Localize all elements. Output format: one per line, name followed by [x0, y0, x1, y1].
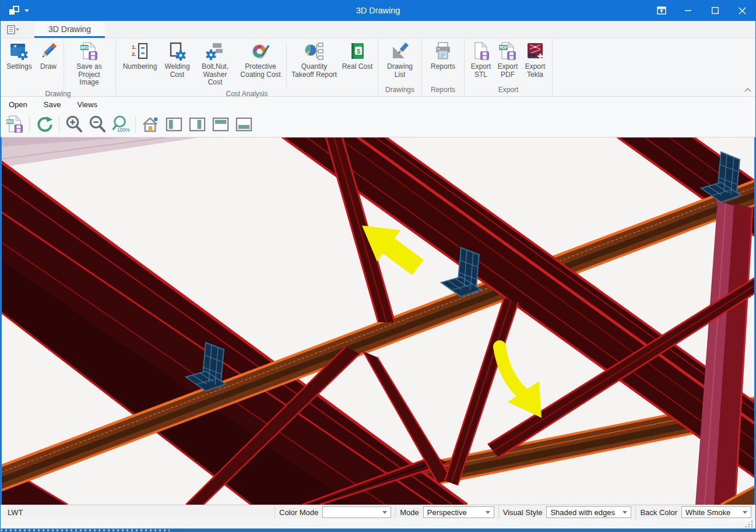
viewport-3d[interactable]	[1, 137, 755, 505]
home-icon	[141, 115, 160, 134]
button-label: Export STL	[469, 63, 493, 79]
back-color-dropdown[interactable]: White Smoke	[681, 506, 751, 518]
group-label: Drawing	[3, 88, 112, 100]
maximize-button[interactable]	[702, 0, 729, 21]
zoom-out-button[interactable]	[86, 114, 109, 136]
ribbon-display-options-button[interactable]	[648, 0, 675, 21]
refresh-button[interactable]	[33, 114, 56, 136]
save-image-icon: IMG	[5, 115, 24, 134]
chevron-down-icon	[623, 511, 627, 514]
ribbon-display-options-icon	[657, 6, 666, 15]
resize-grip-icon[interactable]	[745, 520, 753, 527]
zoom-in-button[interactable]	[62, 114, 86, 136]
drawing-list-icon	[390, 41, 410, 61]
zoom-out-icon	[88, 115, 107, 134]
button-label: Export Tekla	[523, 63, 547, 79]
visual-style-dropdown[interactable]: Shaded with edges	[546, 506, 631, 518]
menu-open[interactable]: Open	[1, 100, 36, 109]
group-label: Cost Analysis	[119, 88, 375, 100]
draw-button[interactable]: Draw	[35, 40, 62, 72]
view-right-icon	[188, 115, 207, 134]
status-field-mode: Mode Perspective	[395, 505, 498, 519]
home-view-button[interactable]	[139, 114, 162, 136]
tab-3d-drawing[interactable]: 3D Drawing	[34, 22, 105, 38]
zoom-100-button[interactable]: 100%	[109, 114, 132, 136]
menu-save[interactable]: Save	[36, 100, 69, 109]
back-color-label: Back Color	[640, 508, 677, 517]
real-cost-icon: $	[347, 41, 367, 61]
quantity-takeoff-report-button[interactable]: Quantity Takeoff Report	[289, 40, 340, 80]
chevron-down-icon	[24, 9, 29, 12]
status-field-back-color: Back Color White Smoke	[635, 505, 755, 519]
statusbar: LWT Color Mode Mode Perspective Visual S…	[1, 505, 755, 519]
protective-coating-icon	[251, 41, 270, 61]
group-label: Drawings	[381, 84, 419, 96]
main-menu-button[interactable]	[1, 22, 26, 38]
status-left-text: LWT	[1, 508, 275, 517]
protective-coating-cost-button[interactable]: Protective Coating Cost	[237, 40, 284, 80]
progress-dots	[1, 529, 170, 531]
toolbar-separator	[135, 116, 136, 133]
view-left-icon	[164, 115, 184, 134]
mode-label: Mode	[400, 508, 419, 517]
color-mode-dropdown[interactable]	[322, 506, 391, 518]
svg-text:2.: 2.	[132, 51, 136, 57]
drawing-list-button[interactable]: Drawing List	[381, 40, 419, 80]
bolt-nut-washer-cost-button[interactable]: Bolt,Nut, Washer Cost	[194, 40, 237, 88]
view-left-button[interactable]	[162, 114, 185, 136]
button-label: Save as Project Image	[68, 63, 111, 87]
view-bottom-icon	[234, 115, 254, 134]
export-tekla-button[interactable]: Export Tekla	[521, 40, 549, 80]
save-as-project-image-button[interactable]: IMG Save as Project Image	[66, 40, 112, 88]
minimize-button[interactable]	[675, 0, 702, 21]
zoom-100-icon: 100%	[111, 115, 131, 134]
view-right-button[interactable]	[185, 114, 209, 136]
toolbar-separator	[29, 116, 30, 133]
app-logo[interactable]	[1, 0, 29, 21]
button-label: Numbering	[123, 63, 157, 71]
chevron-down-icon	[486, 511, 490, 514]
visual-style-label: Visual Style	[503, 508, 543, 517]
button-label: Bolt,Nut, Washer Cost	[195, 63, 235, 87]
view-bottom-button[interactable]	[232, 114, 255, 136]
save-image-button[interactable]: IMG	[3, 114, 26, 136]
numbering-button[interactable]: 1. 2. Numbering	[119, 40, 161, 72]
numbering-icon: 1. 2.	[130, 41, 150, 61]
button-separator	[286, 42, 287, 86]
ribbon-group-drawing: Settings Draw	[1, 38, 116, 96]
chevron-down-icon	[382, 511, 387, 514]
view-top-button[interactable]	[209, 114, 232, 136]
bolt-nut-washer-icon	[205, 41, 225, 61]
welding-cost-button[interactable]: Welding Cost	[161, 40, 194, 80]
quantity-takeoff-icon	[304, 41, 324, 61]
settings-icon	[9, 41, 29, 61]
ribbon-tab-row: 3D Drawing	[1, 21, 755, 38]
svg-text:PDF: PDF	[500, 45, 507, 50]
svg-text:IMG: IMG	[6, 119, 13, 124]
ribbon-group-cost-analysis: 1. 2. Numbering Welding Cost	[116, 38, 378, 96]
view-menubar: Open Save Views	[1, 97, 755, 112]
export-tekla-icon	[525, 41, 545, 61]
button-label: Settings	[6, 63, 31, 71]
ribbon-group-reports: Reports Reports	[422, 38, 465, 96]
ribbon-group-drawings: Drawing List Drawings	[378, 38, 422, 96]
close-icon	[739, 7, 746, 15]
button-label: Reports	[431, 63, 455, 71]
titlebar: 3D Drawing	[1, 0, 755, 21]
svg-text:1.: 1.	[132, 44, 136, 50]
menu-views[interactable]: Views	[69, 100, 105, 109]
export-pdf-button[interactable]: PDF Export PDF	[494, 40, 521, 80]
ribbon-collapse-chevron-icon[interactable]	[744, 87, 752, 94]
refresh-icon	[35, 115, 54, 134]
mode-dropdown[interactable]: Perspective	[423, 506, 494, 518]
save-project-image-icon: IMG	[79, 41, 99, 61]
draw-icon	[38, 41, 58, 61]
window-title: 3D Drawing	[1, 6, 755, 15]
export-stl-button[interactable]: Export STL	[467, 40, 494, 80]
button-separator	[64, 42, 64, 86]
close-button[interactable]	[729, 0, 755, 21]
group-label: Export	[467, 84, 549, 96]
real-cost-button[interactable]: $ Real Cost	[340, 40, 375, 72]
settings-button[interactable]: Settings	[3, 40, 35, 72]
reports-button[interactable]: Reports	[425, 40, 461, 72]
